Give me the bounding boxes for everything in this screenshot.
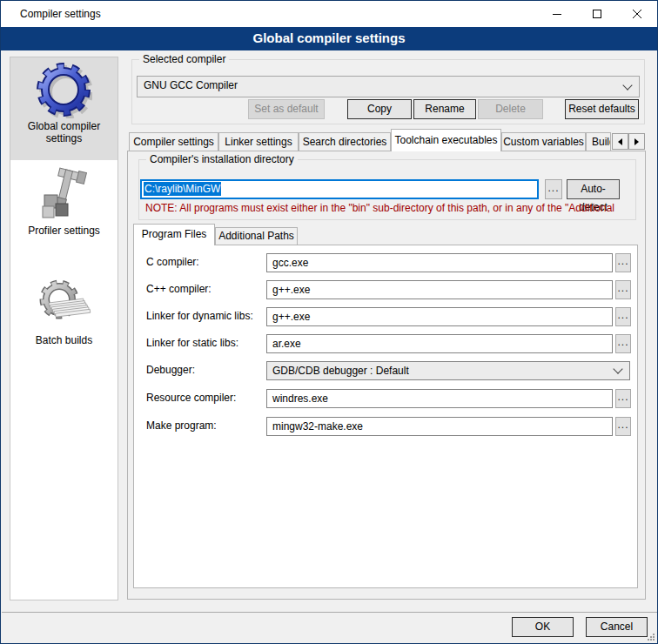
settings-category-sidebar: Global compiler settings Profiler settin…: [10, 57, 118, 600]
tab-scroll-left-button[interactable]: [612, 133, 628, 150]
arrow-right-icon: [634, 138, 639, 145]
chevron-down-icon: [622, 80, 632, 90]
form-row-c-compiler: C compiler: gcc.exe ...: [134, 253, 637, 273]
field-label: Linker for dynamic libs:: [146, 310, 253, 322]
make-program-browse-button[interactable]: ...: [615, 417, 631, 436]
sidebar-item-label: Global compiler settings: [10, 120, 118, 144]
resource-compiler-browse-button[interactable]: ...: [615, 389, 631, 408]
maximize-icon: [593, 10, 602, 19]
cpp-compiler-browse-button[interactable]: ...: [615, 280, 631, 299]
close-icon: [633, 10, 642, 19]
sidebar-item-label: Batch builds: [10, 334, 118, 346]
reset-defaults-button[interactable]: Reset defaults: [565, 99, 639, 119]
sidebar-item-profiler-settings[interactable]: Profiler settings: [10, 164, 118, 251]
title-bar[interactable]: Compiler settings: [1, 1, 657, 27]
caliper-icon: [37, 167, 92, 223]
installation-directory-group-label: Compiler's installation directory: [146, 153, 298, 165]
field-label: C++ compiler:: [146, 283, 212, 295]
installation-directory-input[interactable]: C:\raylib\MinGW: [140, 179, 539, 199]
c-compiler-input[interactable]: gcc.exe: [266, 253, 613, 272]
browse-directory-button[interactable]: ...: [545, 179, 562, 199]
compiler-settings-dialog: Compiler settings Global compiler settin…: [0, 0, 658, 644]
tab-custom-variables[interactable]: Custom variables: [501, 132, 586, 151]
cancel-button[interactable]: Cancel: [586, 617, 648, 637]
subtab-program-files[interactable]: Program Files: [133, 224, 215, 245]
dynamic-linker-browse-button[interactable]: ...: [615, 307, 631, 326]
form-row-static-linker: Linker for static libs: ar.exe ...: [134, 334, 637, 354]
footer-divider: [2, 612, 658, 613]
blue-gear-icon: [37, 63, 92, 118]
ok-button[interactable]: OK: [512, 617, 574, 637]
tab-compiler-settings[interactable]: Compiler settings: [129, 132, 218, 151]
resize-grip[interactable]: [647, 633, 655, 641]
installation-directory-note: NOTE: All programs must exist either in …: [145, 202, 644, 214]
form-row-make-program: Make program: mingw32-make.exe ...: [134, 417, 637, 437]
tab-search-directories[interactable]: Search directories: [299, 132, 391, 151]
form-row-cpp-compiler: C++ compiler: g++.exe ...: [134, 280, 637, 300]
c-compiler-browse-button[interactable]: ...: [615, 253, 631, 272]
form-row-resource-compiler: Resource compiler: windres.exe ...: [134, 389, 637, 409]
sidebar-item-batch-builds[interactable]: Batch builds: [10, 273, 118, 360]
arrow-left-icon: [618, 138, 622, 145]
program-files-panel: C compiler: gcc.exe ... C++ compiler: g+…: [133, 245, 638, 588]
installation-directory-value: C:\raylib\MinGW: [144, 182, 221, 196]
maximize-button[interactable]: [577, 1, 617, 27]
minimize-icon: [553, 10, 562, 19]
static-linker-input[interactable]: ar.exe: [266, 334, 613, 353]
sidebar-item-label: Profiler settings: [10, 225, 118, 237]
set-as-default-button[interactable]: Set as default: [248, 99, 325, 119]
subtab-additional-paths[interactable]: Additional Paths: [215, 227, 298, 245]
field-label: Resource compiler:: [146, 392, 236, 404]
field-label: Debugger:: [146, 364, 195, 376]
form-row-debugger: Debugger: GDB/CDB debugger : Default: [134, 361, 637, 381]
debugger-select[interactable]: GDB/CDB debugger : Default: [266, 361, 630, 380]
auto-detect-button[interactable]: Auto-detect: [567, 179, 620, 199]
rename-button[interactable]: Rename: [413, 99, 476, 119]
minimize-button[interactable]: [537, 1, 577, 27]
selected-compiler-group-label: Selected compiler: [139, 53, 229, 65]
field-label: Linker for static libs:: [146, 337, 238, 349]
field-label: Make program:: [146, 419, 217, 432]
cpp-compiler-input[interactable]: g++.exe: [266, 280, 613, 299]
static-linker-browse-button[interactable]: ...: [615, 334, 631, 353]
compiler-select[interactable]: GNU GCC Compiler: [137, 76, 640, 97]
tab-scroll-right-button[interactable]: [628, 133, 645, 150]
gear-stack-icon: [37, 277, 92, 332]
delete-button[interactable]: Delete: [478, 99, 543, 119]
chevron-down-icon: [613, 364, 622, 373]
debugger-select-value: GDB/CDB debugger : Default: [272, 365, 409, 377]
make-program-input[interactable]: mingw32-make.exe: [266, 417, 613, 436]
window-title: Compiler settings: [20, 8, 101, 20]
form-row-dynamic-linker: Linker for dynamic libs: g++.exe ...: [134, 307, 637, 327]
sidebar-item-global-compiler-settings[interactable]: Global compiler settings: [10, 57, 118, 160]
compiler-select-value: GNU GCC Compiler: [144, 79, 238, 91]
close-button[interactable]: [617, 1, 657, 27]
tab-toolchain-executables[interactable]: Toolchain executables: [391, 129, 501, 151]
dynamic-linker-input[interactable]: g++.exe: [266, 307, 613, 326]
resource-compiler-input[interactable]: windres.exe: [266, 389, 613, 408]
copy-button[interactable]: Copy: [347, 99, 412, 119]
tab-build-options[interactable]: Build options: [586, 132, 611, 151]
tab-linker-settings[interactable]: Linker settings: [218, 132, 299, 151]
field-label: C compiler:: [146, 256, 199, 268]
page-title: Global compiler settings: [1, 27, 657, 50]
